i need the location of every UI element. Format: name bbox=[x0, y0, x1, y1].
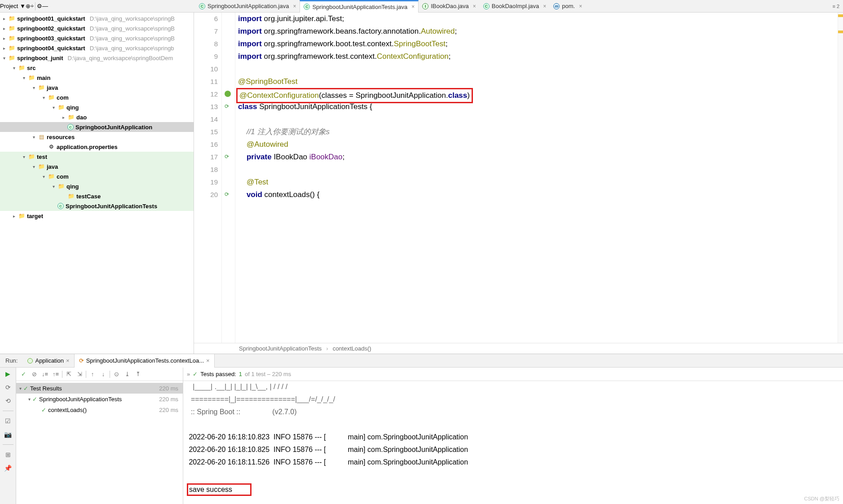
expand-icon[interactable]: ÷ bbox=[31, 3, 34, 9]
close-icon[interactable]: × bbox=[411, 4, 415, 10]
hide-icon[interactable]: — bbox=[42, 3, 48, 9]
tree-item-label[interactable]: qing bbox=[66, 183, 79, 190]
tab-label: SpringbootJunitApplicationTests.java bbox=[312, 4, 407, 10]
status-label: Tests passed: bbox=[200, 371, 236, 377]
breadcrumb[interactable]: SpringbootJunitApplicationTests › contex… bbox=[194, 343, 843, 354]
tree-item-label[interactable]: test bbox=[37, 153, 47, 160]
camera-icon[interactable]: 📷 bbox=[4, 431, 12, 438]
close-icon[interactable]: × bbox=[543, 3, 546, 9]
chevron-icon[interactable]: ▾ bbox=[51, 184, 56, 189]
tree-item-label[interactable]: java bbox=[47, 163, 58, 170]
tree-item-label[interactable]: dao bbox=[76, 114, 87, 121]
tree-item-path: D:\java_qing_worksapce\springB bbox=[90, 35, 175, 42]
close-icon[interactable]: × bbox=[66, 357, 70, 364]
tree-item-label[interactable]: springboot_junit bbox=[17, 55, 63, 61]
breadcrumb-item[interactable]: SpringbootJunitApplicationTests bbox=[239, 345, 322, 352]
tree-item-label[interactable]: application.properties bbox=[57, 144, 118, 150]
layout-icon[interactable]: ⊞ bbox=[4, 451, 12, 458]
tree-item-label[interactable]: SpringbootJunitApplication bbox=[75, 124, 152, 131]
chevron-icon[interactable]: ▸ bbox=[2, 36, 6, 41]
chevron-icon[interactable]: ▾ bbox=[41, 174, 46, 179]
chevron-icon[interactable]: ▾ bbox=[22, 154, 26, 159]
error-stripe[interactable] bbox=[838, 13, 843, 343]
tree-item-label[interactable]: com bbox=[57, 94, 69, 101]
run-tab-tests[interactable]: ⟳ SpringbootJunitApplicationTests.contex… bbox=[74, 354, 215, 368]
tree-item-label[interactable]: springboot01_quickstart bbox=[17, 15, 85, 22]
tab-overflow-icon[interactable]: ≡ 2 bbox=[829, 4, 843, 9]
close-icon[interactable]: × bbox=[293, 3, 296, 9]
chevron-icon[interactable]: ▸ bbox=[2, 46, 6, 51]
collapse-icon[interactable]: ⇲ bbox=[75, 370, 84, 379]
chevron-down-icon[interactable]: ▾ bbox=[17, 386, 23, 391]
tree-item-label[interactable]: target bbox=[27, 213, 43, 219]
chevron-down-icon: ▼ bbox=[20, 3, 26, 9]
tree-item-label[interactable]: testCase bbox=[76, 193, 101, 200]
chevron-down-icon[interactable]: ▾ bbox=[26, 397, 32, 402]
tree-item-label[interactable]: main bbox=[37, 75, 50, 81]
close-icon[interactable]: × bbox=[473, 3, 476, 9]
tree-item-label[interactable]: src bbox=[27, 65, 36, 71]
tree-item-label[interactable]: springboot03_quickstart bbox=[17, 35, 85, 42]
expand-icon[interactable]: ⇱ bbox=[64, 370, 73, 379]
chevron-icon[interactable]: ▾ bbox=[31, 85, 36, 90]
tree-item-label[interactable]: com bbox=[57, 173, 69, 180]
chevron-icon[interactable]: ▸ bbox=[61, 115, 66, 120]
tree-item-label[interactable]: SpringbootJunitApplicationTests bbox=[66, 203, 157, 210]
test-results-tree[interactable]: ▾ ✓ Test Results 220 ms ▾ ✓ SpringbootJu… bbox=[16, 381, 183, 504]
folder-icon: 📁 bbox=[8, 45, 15, 51]
chart-icon[interactable]: ☑ bbox=[4, 417, 12, 425]
tree-item-label[interactable]: java bbox=[47, 84, 58, 91]
tab-bookdaoimpl[interactable]: C BookDaoImpl.java × bbox=[480, 0, 550, 13]
tab-label: BookDaoImpl.java bbox=[492, 3, 539, 9]
test-node[interactable]: contextLoads() bbox=[48, 407, 87, 413]
history-icon[interactable]: ⊙ bbox=[112, 370, 121, 379]
down-icon[interactable]: ↓ bbox=[99, 370, 108, 379]
fail-filter-icon[interactable]: ⊘ bbox=[30, 370, 39, 379]
up-icon[interactable]: ↑ bbox=[88, 370, 97, 379]
stop-icon[interactable]: ⟲ bbox=[4, 397, 12, 404]
test-node[interactable]: Test Results bbox=[30, 385, 62, 392]
interface-icon: I bbox=[422, 3, 428, 9]
code-area[interactable]: import org.junit.jupiter.api.Test;import… bbox=[235, 13, 838, 343]
close-icon[interactable]: × bbox=[206, 357, 210, 364]
rerun-icon[interactable]: ▶ bbox=[4, 370, 12, 377]
pin-icon[interactable]: 📌 bbox=[4, 465, 12, 472]
tab-application[interactable]: C SpringbootJunitApplication.java × bbox=[195, 0, 300, 13]
tab-pom[interactable]: m pom. × bbox=[550, 0, 586, 13]
pass-icon[interactable]: ✓ bbox=[19, 370, 28, 379]
tree-item-label[interactable]: qing bbox=[66, 104, 79, 111]
chevron-icon[interactable]: ▾ bbox=[41, 95, 46, 100]
gear-icon[interactable]: ⚙ bbox=[37, 3, 42, 9]
chevron-icon[interactable]: ▸ bbox=[2, 16, 6, 21]
chevron-icon[interactable]: ▸ bbox=[2, 26, 6, 31]
chevron-icon[interactable]: ▾ bbox=[51, 105, 56, 110]
tree-item-label[interactable]: springboot04_quickstart bbox=[17, 45, 85, 52]
chevron-icon[interactable]: ▾ bbox=[31, 135, 36, 140]
chevron-icon[interactable]: ▾ bbox=[22, 75, 26, 80]
project-tree[interactable]: ▸📁springboot01_quickstartD:\java_qing_wo… bbox=[0, 13, 194, 354]
export-icon[interactable]: ⤒ bbox=[133, 370, 142, 379]
tree-item-label[interactable]: resources bbox=[47, 134, 75, 140]
test-node[interactable]: SpringbootJunitApplicationTests bbox=[39, 396, 122, 403]
tab-application-tests[interactable]: C SpringbootJunitApplicationTests.java × bbox=[300, 0, 419, 13]
more-icon[interactable]: » bbox=[187, 371, 190, 377]
sort-time-icon[interactable]: ↑≡ bbox=[51, 370, 60, 379]
chevron-icon[interactable]: ▾ bbox=[12, 66, 16, 70]
folder-icon: 📁 bbox=[18, 65, 25, 71]
chevron-icon[interactable]: ▸ bbox=[12, 214, 16, 219]
class-icon: C bbox=[304, 4, 310, 10]
run-tab-application[interactable]: Application × bbox=[23, 354, 74, 368]
close-icon[interactable]: × bbox=[579, 3, 582, 9]
tab-ibookdao[interactable]: I IBookDao.java × bbox=[419, 0, 480, 13]
folder-icon: 📁 bbox=[8, 35, 15, 41]
project-label[interactable]: Project ▼ bbox=[0, 3, 26, 9]
import-icon[interactable]: ⤓ bbox=[123, 370, 132, 379]
tree-item-label[interactable]: springboot02_quickstart bbox=[17, 25, 85, 32]
chevron-icon[interactable]: ▾ bbox=[2, 56, 6, 61]
locate-icon[interactable]: ⊕ bbox=[26, 3, 31, 9]
console-output[interactable]: |____| .__|_| |_|_| |_\__, | / / / / ===… bbox=[183, 381, 843, 504]
chevron-icon[interactable]: ▾ bbox=[31, 164, 36, 169]
sort-icon[interactable]: ↓≡ bbox=[40, 370, 49, 379]
breadcrumb-item[interactable]: contextLoads() bbox=[333, 345, 371, 352]
refresh-icon[interactable]: ⟳ bbox=[4, 384, 12, 391]
